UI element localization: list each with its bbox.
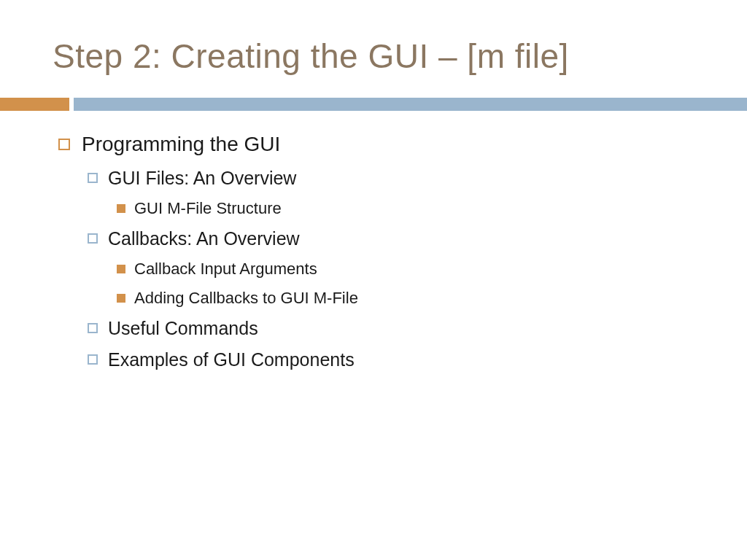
list-text: Programming the GUI [82, 133, 280, 156]
accent-bar [0, 98, 747, 111]
square-solid-orange-icon [117, 204, 125, 213]
list-item: Useful Commands [88, 318, 747, 339]
slide-title: Step 2: Creating the GUI – [m file] [0, 36, 747, 76]
square-open-blue-icon [88, 354, 98, 365]
list-item: Examples of GUI Components [88, 349, 747, 370]
list-item: GUI Files: An Overview [88, 168, 747, 189]
accent-orange-block [0, 98, 69, 111]
square-open-blue-icon [88, 173, 98, 183]
square-solid-orange-icon [117, 294, 125, 303]
slide: Step 2: Creating the GUI – [m file] Prog… [0, 0, 747, 560]
square-open-blue-icon [88, 233, 98, 244]
list-text: Useful Commands [108, 318, 258, 339]
slide-content: Programming the GUI GUI Files: An Overvi… [0, 111, 747, 370]
list-item: Callback Input Arguments [117, 260, 747, 279]
list-item: Callbacks: An Overview [88, 228, 747, 249]
list-text: GUI Files: An Overview [108, 168, 296, 189]
list-text: Examples of GUI Components [108, 349, 355, 370]
list-text: Adding Callbacks to GUI M-File [134, 289, 358, 308]
list-text: GUI M-File Structure [134, 199, 282, 218]
list-item: Programming the GUI [58, 133, 747, 156]
accent-blue-block [74, 98, 747, 111]
list-text: Callbacks: An Overview [108, 228, 300, 249]
square-open-blue-icon [88, 323, 98, 333]
list-item: GUI M-File Structure [117, 199, 747, 218]
list-text: Callback Input Arguments [134, 260, 317, 279]
square-solid-orange-icon [117, 265, 125, 273]
square-open-orange-icon [58, 139, 70, 150]
list-item: Adding Callbacks to GUI M-File [117, 289, 747, 308]
